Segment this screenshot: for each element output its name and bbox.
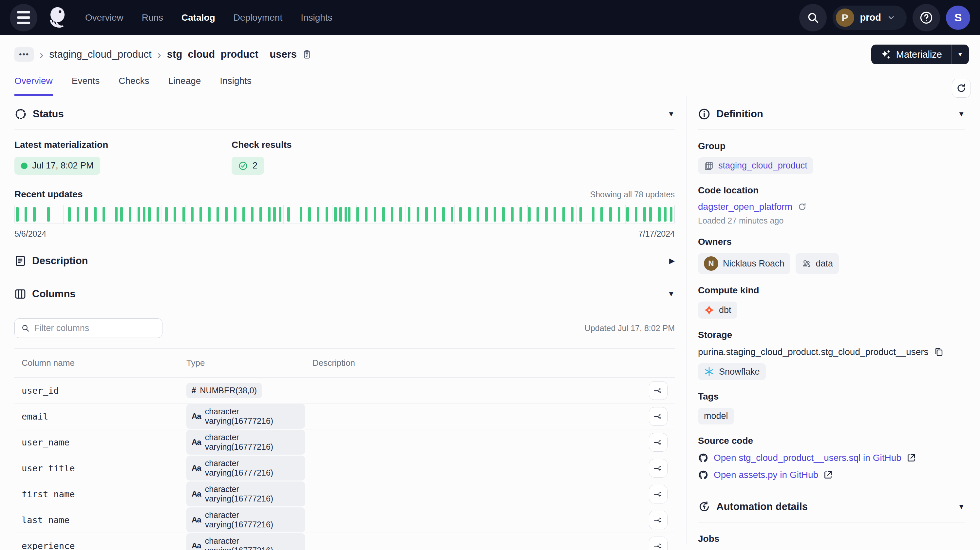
update-tick (399, 207, 402, 222)
nav-item-catalog[interactable]: Catalog (181, 13, 215, 23)
tab-insights[interactable]: Insights (220, 74, 251, 96)
status-collapse-button[interactable]: ▼ (668, 110, 675, 118)
search-icon (807, 11, 819, 24)
tag-pill[interactable]: model (698, 408, 734, 424)
update-tick (94, 207, 97, 222)
update-tick (528, 207, 531, 222)
copy-icon (934, 347, 943, 357)
column-lineage-button[interactable] (649, 433, 668, 452)
github-icon (698, 470, 708, 480)
column-lineage-button[interactable] (649, 381, 668, 400)
nav-item-runs[interactable]: Runs (142, 13, 163, 23)
update-tick (579, 207, 582, 222)
column-lineage-button[interactable] (649, 459, 668, 478)
user-avatar[interactable]: S (946, 6, 970, 30)
compute-kind-label: Compute kind (698, 285, 965, 296)
team-icon (802, 258, 811, 268)
nav-item-deployment[interactable]: Deployment (234, 13, 282, 23)
description-expand-button[interactable]: ▶ (669, 257, 675, 265)
copy-storage-path-button[interactable] (934, 347, 943, 357)
materialize-options-button[interactable]: ▼ (951, 45, 969, 64)
table-row: emailAacharacter varying(16777216) (14, 403, 675, 429)
update-tick (334, 207, 337, 222)
update-tick (216, 207, 219, 222)
update-tick (16, 207, 19, 222)
filter-columns-input[interactable] (34, 323, 156, 333)
table-row: user_id#NUMBER(38,0) (14, 378, 675, 403)
tab-events[interactable]: Events (72, 74, 100, 96)
column-lineage-button[interactable] (649, 407, 668, 426)
column-type-badge: #NUMBER(38,0) (186, 383, 262, 398)
owner-team-pill[interactable]: data (795, 253, 839, 274)
columns-collapse-button[interactable]: ▼ (668, 290, 675, 298)
refresh-button[interactable] (952, 79, 971, 98)
update-tick (120, 207, 123, 222)
check-results-badge[interactable]: 2 (232, 157, 264, 175)
breadcrumb-parent-link[interactable]: staging_cloud_product (49, 48, 152, 60)
string-type-icon: Aa (192, 412, 201, 421)
materialize-button[interactable]: Materialize (871, 45, 951, 64)
status-section-header: Status ▼ (14, 96, 675, 129)
nav-item-insights[interactable]: Insights (301, 13, 332, 23)
source-code-link-assets[interactable]: Open assets.py in GitHub (714, 470, 818, 480)
storage-platform-pill[interactable]: Snowflake (698, 363, 766, 380)
caret-down-icon: ▼ (957, 51, 963, 58)
update-tick (273, 207, 276, 222)
tab-checks[interactable]: Checks (119, 74, 149, 96)
update-tick (618, 207, 620, 222)
update-tick (157, 207, 159, 222)
group-pill[interactable]: staging_cloud_product (698, 157, 813, 174)
update-tick (356, 207, 359, 222)
owner-user-pill[interactable]: N Nicklaus Roach (698, 253, 791, 274)
search-button[interactable] (799, 4, 827, 32)
description-section-header: Description ▶ (14, 252, 675, 276)
dagster-logo[interactable] (43, 4, 71, 32)
columns-table: Column name Type Description user_id#NUM… (14, 348, 675, 550)
lineage-icon (654, 437, 663, 447)
definition-section-header: Definition ▼ (698, 96, 965, 129)
column-type-badge: Aacharacter varying(16777216) (186, 430, 305, 454)
recent-updates-chart[interactable] (14, 205, 675, 224)
success-dot-icon (21, 163, 27, 169)
source-code-link-sql[interactable]: Open stg_cloud_product__users.sql in Git… (714, 453, 901, 463)
owners-label: Owners (698, 237, 965, 247)
materialize-button-group: Materialize ▼ (871, 45, 969, 64)
column-lineage-button[interactable] (649, 511, 668, 529)
code-location-link[interactable]: dagster_open_platform (698, 202, 792, 212)
column-lineage-button[interactable] (649, 537, 668, 550)
table-row: user_titleAacharacter varying(16777216) (14, 455, 675, 481)
breadcrumb-separator: › (40, 48, 43, 61)
column-type-badge: Aacharacter varying(16777216) (186, 481, 305, 506)
column-name: user_id (22, 386, 59, 395)
external-link-icon (907, 453, 916, 462)
update-tick (148, 207, 151, 222)
main-column: Status ▼ Latest materialization Jul 17, … (0, 96, 687, 544)
string-type-icon: Aa (192, 541, 201, 550)
column-name: user_name (22, 437, 70, 447)
column-lineage-button[interactable] (649, 485, 668, 504)
definition-collapse-button[interactable]: ▼ (958, 110, 965, 118)
tab-lineage[interactable]: Lineage (169, 74, 201, 96)
nav-item-overview[interactable]: Overview (85, 13, 124, 23)
update-tick (408, 207, 410, 222)
compute-kind-pill[interactable]: dbt (698, 301, 737, 319)
tab-overview[interactable]: Overview (14, 74, 53, 96)
update-tick (365, 207, 368, 222)
latest-materialization-badge[interactable]: Jul 17, 8:02 PM (14, 157, 100, 175)
header-type: Type (179, 349, 305, 377)
update-tick (25, 207, 27, 222)
automation-collapse-button[interactable]: ▼ (958, 502, 965, 511)
lineage-icon (654, 386, 663, 395)
update-tick (485, 207, 488, 222)
deployment-switcher[interactable]: P prod (833, 6, 907, 30)
hamburger-menu-button[interactable] (10, 4, 37, 32)
tags-label: Tags (698, 391, 965, 402)
breadcrumb-overflow-button[interactable]: ••• (14, 47, 34, 62)
automation-title: Automation details (716, 501, 808, 513)
copy-asset-name-button[interactable] (302, 49, 312, 59)
help-button[interactable] (913, 4, 940, 32)
update-tick (129, 207, 131, 222)
string-type-icon: Aa (192, 438, 201, 447)
update-tick (592, 207, 595, 222)
update-tick (76, 207, 79, 222)
